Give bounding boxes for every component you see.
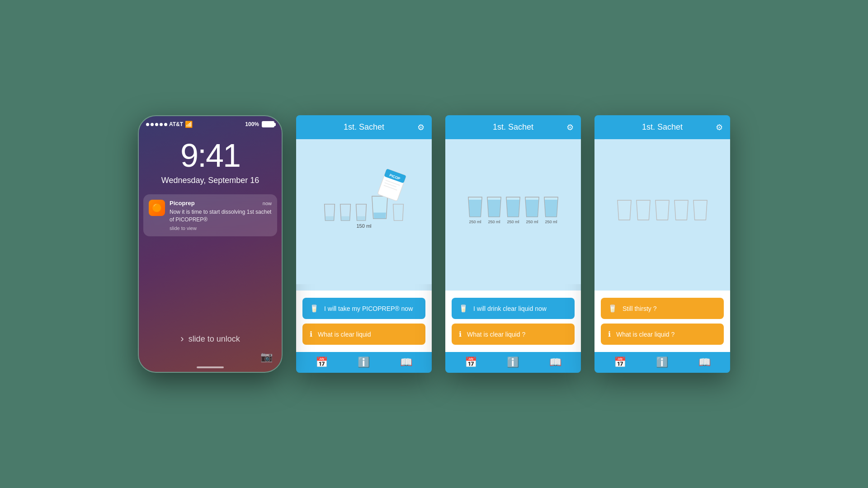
glass-svg-2-4: [524, 196, 540, 218]
slide-unlock[interactable]: › slide to unlock: [180, 333, 240, 345]
glass-2-2: 250 ml: [486, 196, 502, 224]
notif-time: now: [263, 201, 272, 206]
home-indicator: [197, 366, 224, 368]
glass-3: [354, 203, 368, 221]
glasses-area-1: PICOP: [296, 139, 432, 284]
book-icon-1[interactable]: 📖: [400, 357, 412, 368]
slide-label: slide to unlock: [189, 334, 240, 344]
glasses-area-3: [594, 139, 730, 284]
glass-2-5: 250 ml: [543, 196, 559, 224]
buttons-area-2: 🥛 I will drink clear liquid now ℹ What i…: [445, 291, 581, 352]
lock-screen-phone: AT&T 📶 100% 9:41 Wednesday, September 16…: [138, 115, 283, 373]
glass-svg-2-5: [543, 196, 559, 218]
what-is-clear-liquid-button-2[interactable]: ℹ What is clear liquid ?: [452, 324, 575, 345]
buttons-area-1: 🥛 I will take my PICOPREP® now ℹ What is…: [296, 291, 432, 352]
still-thirsty-label: Still thirsty ?: [623, 305, 656, 312]
gear-icon-3[interactable]: ⚙: [716, 122, 723, 132]
book-icon-3[interactable]: 📖: [698, 357, 711, 368]
what-is-clear-liquid-button-3[interactable]: ℹ What is clear liquid ?: [601, 324, 724, 345]
notif-content: Picoprep now Now it is time to start dis…: [170, 200, 272, 231]
app-footer-2: 📅 ℹ️ 📖: [445, 352, 581, 373]
glass-2: [339, 203, 352, 221]
drink-clear-liquid-label: I will drink clear liquid now: [473, 305, 547, 312]
glasses-row-2: 250 ml 250 ml 250 ml: [467, 196, 559, 224]
glass-svg-3-4: [673, 199, 689, 221]
notif-message: Now it is time to start dissolving 1st s…: [170, 208, 272, 224]
glass-svg-3-2: [635, 199, 651, 221]
app-screen-1: 1st. Sachet ⚙: [296, 115, 432, 373]
notification-card[interactable]: 🟠 Picoprep now Now it is time to start d…: [143, 194, 277, 236]
arrow-down-2: [507, 284, 519, 291]
take-picoprep-button[interactable]: 🥛 I will take my PICOPREP® now: [302, 298, 425, 319]
gear-icon-2[interactable]: ⚙: [566, 122, 574, 132]
svg-rect-1: [341, 216, 349, 221]
drink-clear-liquid-button[interactable]: 🥛 I will drink clear liquid now: [452, 298, 575, 319]
calendar-icon-1[interactable]: 📅: [316, 357, 328, 368]
battery-icon: [262, 121, 274, 127]
glass-2-4: 250 ml: [524, 196, 540, 224]
buttons-area-3: 🥛 Still thirsty ? ℹ What is clear liquid…: [594, 291, 730, 352]
glass-3-2: [635, 199, 651, 221]
glasses-area-2: 250 ml 250 ml 250 ml: [445, 139, 581, 284]
glass-svg-1: [323, 203, 336, 221]
glass-1: [323, 203, 336, 221]
battery-fill: [263, 122, 274, 127]
app-title-3: 1st. Sachet: [642, 122, 683, 132]
app-header-3: 1st. Sachet ⚙: [594, 115, 730, 139]
what-is-clear-liquid-button-1[interactable]: ℹ What is clear liquid: [302, 324, 425, 345]
calendar-icon-3[interactable]: 📅: [614, 357, 626, 368]
glass-svg-3-1: [616, 199, 632, 221]
glass-svg-2: [339, 203, 352, 221]
glass-label-2-2: 250 ml: [488, 220, 500, 224]
glasses-row-3: [616, 199, 708, 221]
app-header-1: 1st. Sachet ⚙: [296, 115, 432, 139]
carrier-label: AT&T: [169, 121, 183, 127]
app-title-2: 1st. Sachet: [493, 122, 533, 132]
svg-rect-0: [325, 216, 334, 221]
arrow-down-3: [656, 284, 669, 291]
wifi-icon: 📶: [185, 121, 193, 128]
app-footer-3: 📅 ℹ️ 📖: [594, 352, 730, 373]
gear-icon-1[interactable]: ⚙: [417, 122, 425, 132]
glass-3-3: [654, 199, 670, 221]
signal-dots: [146, 123, 167, 126]
glass-svg-3: [354, 203, 368, 221]
glass-label-2-3: 250 ml: [507, 220, 519, 224]
glass-2-1: 250 ml: [467, 196, 483, 224]
notif-slide-hint: slide to view: [170, 225, 272, 231]
status-right: 100%: [245, 121, 274, 127]
info-icon-2: ℹ: [459, 330, 462, 338]
glass-3-4: [673, 199, 689, 221]
app-content-3: 🥛 Still thirsty ? ℹ What is clear liquid…: [594, 139, 730, 352]
what-is-clear-liquid-label-1: What is clear liquid: [318, 331, 371, 338]
book-icon-2[interactable]: 📖: [549, 357, 561, 368]
glass-svg-2-1: [467, 196, 483, 218]
status-left: AT&T 📶: [146, 121, 193, 128]
volume-label-1: 150 ml: [356, 223, 371, 229]
calendar-icon-2[interactable]: 📅: [465, 357, 477, 368]
glass-label-2-4: 250 ml: [526, 220, 538, 224]
lock-screen: AT&T 📶 100% 9:41 Wednesday, September 16…: [139, 116, 282, 372]
glass-3-5: [692, 199, 708, 221]
still-thirsty-button[interactable]: 🥛 Still thirsty ?: [601, 298, 724, 319]
app-title-1: 1st. Sachet: [344, 122, 384, 132]
glass-svg-2-2: [486, 196, 502, 218]
glass-label-2-1: 250 ml: [469, 220, 481, 224]
info-footer-icon-3[interactable]: ℹ️: [656, 357, 668, 368]
info-footer-icon-1[interactable]: ℹ️: [358, 357, 370, 368]
app-screen-3: 1st. Sachet ⚙: [594, 115, 730, 373]
status-bar: AT&T 📶 100%: [139, 116, 282, 128]
info-footer-icon-2[interactable]: ℹ️: [507, 357, 519, 368]
camera-icon[interactable]: 📷: [260, 351, 273, 363]
what-is-clear-liquid-label-2: What is clear liquid ?: [467, 331, 525, 338]
glass-svg-3-3: [654, 199, 670, 221]
glass-svg-5: [392, 203, 405, 221]
cup-icon-3: 🥛: [608, 304, 617, 313]
date-display: Wednesday, September 16: [161, 176, 259, 185]
info-icon-1: ℹ: [310, 330, 312, 338]
battery-percent: 100%: [245, 121, 259, 127]
glass-label-2-5: 250 ml: [545, 220, 557, 224]
chevron-right-icon: ›: [180, 333, 184, 345]
info-icon-3: ℹ: [608, 330, 611, 338]
take-picoprep-label: I will take my PICOPREP® now: [324, 305, 413, 312]
